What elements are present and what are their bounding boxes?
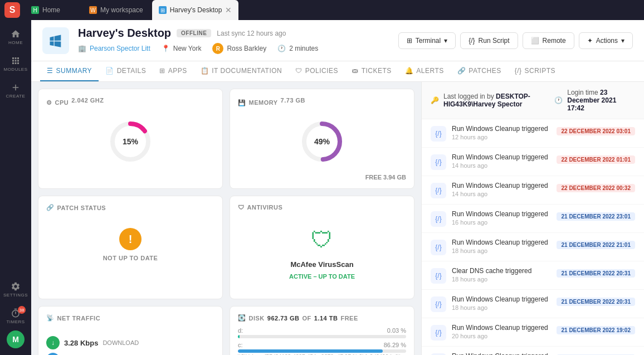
activity-time: 18 hours ago — [452, 247, 551, 254]
script-icon: {/} — [431, 183, 446, 198]
activity-content: Run Windows Cleanup triggered 22 hours a… — [452, 352, 551, 355]
alerts-icon: 🔔 — [405, 67, 414, 75]
right-panel: 🔑 Last logged in by DESKTOP-HIG43K9\Harv… — [421, 82, 644, 355]
activity-date-badge: 21 DECEMBER 2022 23:01 — [557, 212, 635, 221]
disk-d-bar-fill — [238, 335, 240, 338]
activity-date-badge: 21 DECEMBER 2022 21:01 — [557, 241, 635, 249]
actions-button[interactable]: ✦ Actions ▾ — [579, 32, 633, 49]
home-icon — [11, 29, 21, 39]
clock-icon: 🕐 — [277, 45, 286, 52]
activity-item: {/} Run Windows Cleanup triggered 16 hou… — [422, 205, 644, 233]
clock-icon2: 🕐 — [554, 96, 563, 104]
activity-title: Run Windows Cleanup triggered — [452, 182, 551, 189]
patch-antivirus-row: 🔗 PATCH STATUS ! NOT UP TO DATE 🛡 — [38, 196, 414, 299]
meta-uptime: 🕐 2 minutes — [277, 45, 318, 52]
tab-label-home: Home — [42, 6, 60, 14]
tab-icon-workspace: W — [89, 6, 97, 14]
sidebar-item-settings[interactable]: SETTINGS — [3, 277, 28, 301]
tab-home[interactable]: H Home — [25, 0, 80, 20]
tab-details-label: DETAILS — [117, 67, 147, 75]
last-sync-text: Last sync 12 hours ago — [217, 30, 286, 37]
device-info: Harvey's Desktop OFFLINE Last sync 12 ho… — [78, 27, 389, 54]
activity-item: {/} Run Windows Cleanup triggered 12 hou… — [422, 119, 644, 148]
remote-icon: ⬜ — [531, 37, 539, 45]
memory-label-text: MEMORY — [249, 99, 278, 106]
patch-card-label: 🔗 PATCH STATUS — [46, 204, 214, 211]
run-script-button[interactable]: {/} Run Script — [460, 32, 518, 49]
patches-icon: 🔗 — [457, 67, 466, 75]
activity-date-badge: 21 DECEMBER 2022 20:31 — [557, 269, 635, 278]
script-icon: {/} — [431, 154, 446, 170]
tab-patches-label: PATCHES — [469, 67, 501, 75]
net-traffic-card: 📡 NET TRAFFIC ↓ 3.28 Kbps DOWNLOAD — [38, 306, 223, 355]
activity-content: Run Windows Cleanup triggered 16 hours a… — [452, 210, 551, 226]
windows-icon — [48, 33, 64, 48]
activity-date-badge: 22 DECEMBER 2022 03:01 — [557, 127, 635, 135]
tab-summary[interactable]: ☰ SUMMARY — [40, 61, 99, 81]
tab-tickets-label: TICKETS — [362, 67, 392, 75]
activity-title: Run Windows Cleanup triggered — [452, 125, 551, 133]
terminal-button[interactable]: ⊞ Terminal ▾ — [398, 32, 456, 49]
sidebar-item-modules[interactable]: MODULES — [3, 51, 28, 76]
disk-card-label: 💽 DISK 962.73 GB OF 1.14 TB FREE — [238, 314, 406, 322]
run-script-label: Run Script — [479, 37, 510, 45]
tab-tickets[interactable]: 🎟 TICKETS — [345, 61, 398, 81]
remote-button[interactable]: ⬜ Remote — [523, 32, 574, 49]
memory-icon: 💾 — [238, 99, 246, 106]
tab-scripts-label: SCRIPTS — [525, 67, 556, 75]
meta-user: R Ross Barkley — [212, 43, 266, 54]
disk-d-bar — [238, 335, 406, 338]
activity-content: Run Windows Cleanup triggered 14 hours a… — [452, 182, 551, 197]
disk-total: 962.73 GB — [267, 315, 300, 322]
meta-org: 🏢 Pearson Spector Litt — [78, 45, 150, 52]
timers-badge: 38 — [18, 306, 26, 314]
building-icon: 🏢 — [78, 45, 86, 52]
memory-free-label: FREE — [365, 174, 382, 181]
script-icon: {/} — [431, 211, 446, 227]
org-link[interactable]: Pearson Spector Litt — [90, 45, 150, 52]
activity-time: 14 hours ago — [452, 162, 551, 169]
disk-c-letter: c: — [238, 342, 243, 348]
device-status-badge: OFFLINE — [177, 29, 211, 37]
traffic-disk-row: 📡 NET TRAFFIC ↓ 3.28 Kbps DOWNLOAD — [38, 306, 414, 355]
memory-progress-wrap: 49% — [238, 114, 406, 169]
device-meta: 🏢 Pearson Spector Litt 📍 New York R Ross… — [78, 43, 389, 54]
tab-it-documentation[interactable]: 📋 IT DOCUMENTATION — [194, 61, 289, 81]
sidebar-item-create[interactable]: CREATE — [3, 78, 28, 103]
actions-icon: ✦ — [587, 37, 593, 45]
activity-date-badge: 22 DECEMBER 2022 00:32 — [557, 184, 635, 192]
activity-title: Run Windows Cleanup triggered — [452, 295, 551, 303]
tab-alerts[interactable]: 🔔 ALERTS — [398, 61, 451, 81]
disk-d-letter: d: — [238, 327, 243, 334]
activity-title: Run Windows Cleanup triggered — [452, 352, 551, 355]
disk-c-percent: 86.29 % — [384, 342, 406, 348]
tab-details[interactable]: 📄 DETAILS — [99, 61, 153, 81]
script-icon: {/} — [431, 240, 446, 255]
activity-date-badge: 22 DECEMBER 2022 01:01 — [557, 155, 635, 164]
tab-apps[interactable]: ⊞ APPS — [153, 61, 194, 81]
tab-summary-label: SUMMARY — [56, 67, 92, 75]
tab-icon-desktop: ⊞ — [159, 6, 167, 14]
antivirus-uptodate-text: UP TO DATE — [319, 273, 355, 280]
activity-time: 20 hours ago — [452, 333, 551, 339]
disk-free-value: 1.14 TB — [314, 315, 338, 322]
tab-close-icon[interactable]: ✕ — [225, 6, 232, 14]
content-split: ⚙ CPU 2.042 GHz 15% — [31, 82, 644, 355]
activity-content: Run Windows Cleanup triggered 12 hours a… — [452, 125, 551, 140]
disk-drive-d: d: 0.03 % — [238, 327, 406, 338]
sidebar-item-settings-label: SETTINGS — [3, 293, 28, 298]
activity-time: 18 hours ago — [452, 304, 551, 311]
tab-scripts[interactable]: {/} SCRIPTS — [508, 61, 562, 81]
cpu-percent-value: 15% — [123, 137, 138, 146]
tab-policies[interactable]: 🛡 POLICIES — [289, 61, 345, 81]
main-area: HOME MODULES CREATE SETTINGS TIMERS 38 — [0, 20, 644, 355]
sidebar-item-home[interactable]: HOME — [3, 25, 28, 49]
tab-workspace[interactable]: W My workspace — [82, 0, 150, 20]
antivirus-status-center: 🛡 McAfee VirusScan ACTIVE – UP TO DATE — [238, 216, 406, 291]
tab-patches[interactable]: 🔗 PATCHES — [451, 61, 508, 81]
tab-desktop[interactable]: ⊞ Harvey's Desktop ✕ — [152, 0, 239, 20]
sidebar-item-modules-label: MODULES — [3, 67, 27, 72]
header-actions: ⊞ Terminal ▾ {/} Run Script ⬜ Remote ✦ — [398, 32, 633, 49]
user-avatar[interactable]: M — [7, 330, 25, 348]
patch-warning-icon: ! — [119, 228, 142, 250]
